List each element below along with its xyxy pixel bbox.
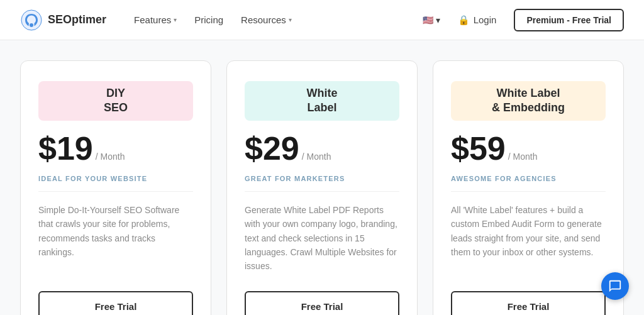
price-period-wl: / Month <box>302 152 331 162</box>
nav-right: 🇺🇸 ▾ 🔒 Login Premium - Free Trial <box>423 9 624 31</box>
free-trial-button-wle[interactable]: Free Trial <box>451 291 606 315</box>
price-period-wle: / Month <box>508 152 538 162</box>
price-row-wle: $59 / Month <box>451 132 606 165</box>
price-amount-wle: $59 <box>451 132 506 165</box>
logo-text: SEOptimer <box>48 13 106 26</box>
price-row-diy: $19 / Month <box>38 132 193 165</box>
chat-icon <box>608 279 622 293</box>
nav-item-resources[interactable]: Resources ▾ <box>233 9 299 30</box>
logo-icon <box>20 9 43 31</box>
price-amount-wl: $29 <box>245 132 299 165</box>
flag-icon: 🇺🇸 <box>423 15 433 25</box>
nav-pricing-label: Pricing <box>194 14 223 25</box>
chevron-down-icon: ▾ <box>436 15 440 25</box>
logo[interactable]: SEOptimer <box>20 9 106 31</box>
nav-links: Features ▾ Pricing Resources ▾ <box>126 9 402 30</box>
free-trial-button-wl[interactable]: Free Trial <box>245 291 399 315</box>
lock-icon: 🔒 <box>458 14 470 26</box>
login-label: Login <box>474 14 497 25</box>
chevron-down-icon: ▾ <box>174 16 177 23</box>
svg-point-0 <box>21 10 42 30</box>
pricing-card-wle: White Label & Embedding $59 / Month AWES… <box>433 60 624 315</box>
plan-badge-wl: White Label <box>245 81 399 121</box>
chat-bubble[interactable] <box>601 272 629 300</box>
plan-tagline-wl: GREAT FOR MARKETERS <box>245 175 399 192</box>
price-row-wl: $29 / Month <box>245 132 399 165</box>
login-button[interactable]: 🔒 Login <box>450 11 504 30</box>
plan-tagline-wle: AWESOME FOR AGENCIES <box>451 175 606 192</box>
pricing-card-diy: DIY SEO $19 / Month IDEAL FOR YOUR WEBSI… <box>20 60 211 315</box>
price-amount-diy: $19 <box>38 132 93 165</box>
chevron-down-icon: ▾ <box>289 16 292 23</box>
plan-tagline-diy: IDEAL FOR YOUR WEBSITE <box>38 175 193 192</box>
free-trial-button-diy[interactable]: Free Trial <box>38 291 193 315</box>
svg-point-1 <box>30 23 33 27</box>
language-selector[interactable]: 🇺🇸 ▾ <box>423 15 440 25</box>
nav-item-pricing[interactable]: Pricing <box>187 9 231 30</box>
cta-button[interactable]: Premium - Free Trial <box>514 9 624 31</box>
nav-item-features[interactable]: Features ▾ <box>126 9 184 30</box>
nav-features-label: Features <box>134 14 171 25</box>
plan-badge-diy: DIY SEO <box>38 81 193 121</box>
plan-badge-wle: White Label & Embedding <box>451 81 606 121</box>
navbar: SEOptimer Features ▾ Pricing Resources ▾… <box>0 0 644 40</box>
plan-description-diy: Simple Do-It-Yourself SEO Software that … <box>38 203 193 274</box>
price-period-diy: / Month <box>96 152 125 162</box>
pricing-card-wl: White Label $29 / Month GREAT FOR MARKET… <box>226 60 418 315</box>
plan-description-wl: Generate White Label PDF Reports with yo… <box>245 203 399 274</box>
plan-description-wle: All 'White Label' features + build a cus… <box>451 203 606 274</box>
nav-resources-label: Resources <box>241 14 286 25</box>
pricing-section: DIY SEO $19 / Month IDEAL FOR YOUR WEBSI… <box>0 40 644 315</box>
